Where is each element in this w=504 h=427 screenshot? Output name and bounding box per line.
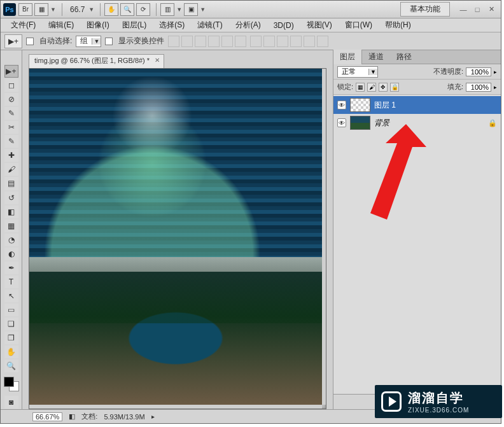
lock-image-icon[interactable]: 🖌: [367, 83, 376, 92]
blend-mode-combo[interactable]: 正常 ▼: [337, 66, 378, 78]
crop-tool[interactable]: ✂: [4, 121, 18, 134]
hand-tool-icon[interactable]: ✋: [104, 3, 118, 16]
marquee-tool[interactable]: ◻: [4, 79, 18, 92]
lock-transparent-icon[interactable]: ▦: [356, 83, 365, 92]
play-icon: [381, 391, 402, 412]
screen-mode-icon[interactable]: ▣: [184, 3, 198, 16]
dropdown-icon[interactable]: ▼: [176, 6, 184, 13]
menu-file[interactable]: 文件(F): [4, 20, 42, 31]
lasso-tool[interactable]: ⊘: [4, 93, 18, 106]
panel-tabs: 图层 通道 路径: [333, 50, 501, 64]
menu-view[interactable]: 视图(V): [300, 20, 339, 31]
close-button[interactable]: ✕: [486, 5, 496, 14]
shape-tool[interactable]: ▭: [4, 304, 18, 316]
quickmask-tool[interactable]: ◙: [4, 396, 18, 409]
status-info-icon[interactable]: ◧: [69, 412, 75, 421]
arrange-docs-icon[interactable]: ▥: [160, 3, 174, 16]
menu-help[interactable]: 帮助(H): [379, 20, 417, 31]
tab-channels[interactable]: 通道: [362, 50, 390, 64]
canvas[interactable]: [29, 69, 322, 405]
3d-tool[interactable]: ❏: [4, 318, 18, 330]
show-transform-label: 显示变换控件: [118, 36, 164, 46]
layer-name[interactable]: 背景: [374, 118, 484, 129]
distribute-buttons-disabled: [250, 36, 328, 47]
active-tool-indicator[interactable]: ▶+: [4, 34, 22, 48]
chevron-right-icon[interactable]: ▸: [494, 84, 497, 90]
minibridge-button[interactable]: ▦: [34, 3, 48, 16]
zoom-tool[interactable]: 🔍: [4, 360, 18, 372]
close-tab-icon[interactable]: ✕: [155, 57, 160, 64]
maximize-button[interactable]: □: [472, 5, 482, 14]
lock-all-icon[interactable]: 🔒: [390, 83, 399, 92]
clone-stamp-tool[interactable]: ▤: [4, 177, 18, 190]
visibility-eye-icon[interactable]: 👁: [337, 101, 346, 109]
fill-label: 填充:: [447, 82, 463, 92]
horizontal-scrollbar[interactable]: [29, 405, 322, 409]
rotate-view-icon[interactable]: ⟳: [136, 3, 150, 16]
layer-row-1[interactable]: 👁 图层 1: [333, 96, 501, 114]
color-swatches[interactable]: [4, 377, 19, 391]
lock-label: 锁定:: [337, 82, 353, 92]
layer-thumbnail[interactable]: [350, 116, 370, 130]
auto-select-checkbox[interactable]: [26, 38, 34, 45]
visibility-eye-icon[interactable]: 👁: [337, 118, 346, 127]
bridge-button[interactable]: Br: [18, 3, 32, 16]
menu-window[interactable]: 窗口(W): [339, 20, 379, 31]
quick-select-tool[interactable]: ✎: [4, 107, 18, 120]
opacity-value[interactable]: 100%: [466, 67, 491, 76]
dropdown-icon[interactable]: ▼: [88, 6, 96, 13]
layer-name[interactable]: 图层 1: [374, 100, 497, 111]
lock-position-icon[interactable]: ✥: [379, 83, 388, 92]
type-tool[interactable]: T: [4, 276, 18, 288]
pen-tool[interactable]: ✒: [4, 262, 18, 274]
auto-select-combo[interactable]: 组 ▼: [76, 36, 101, 47]
foreground-color[interactable]: [4, 377, 14, 387]
gradient-tool[interactable]: ▦: [4, 220, 18, 232]
chevron-right-icon[interactable]: ▸: [494, 69, 497, 75]
show-transform-checkbox[interactable]: [105, 38, 113, 45]
zoom-level-label[interactable]: 66.7: [70, 5, 85, 14]
eraser-tool[interactable]: ◧: [4, 206, 18, 218]
zoom-tool-icon[interactable]: 🔍: [120, 3, 134, 16]
menu-bar: 文件(F) 编辑(E) 图像(I) 图层(L) 选择(S) 滤镜(T) 分析(A…: [1, 18, 501, 32]
history-brush-tool[interactable]: ↺: [4, 192, 18, 204]
panels-column: 图层 通道 路径 正常 ▼ 不透明度: 100% ▸ 锁定: ▦ 🖌 ✥ 🔒: [333, 50, 501, 409]
hand-tool[interactable]: ✋: [4, 346, 18, 358]
document-tab-strip: timg.jpg @ 66.7% (图层 1, RGB/8#) * ✕: [29, 54, 333, 68]
dodge-tool[interactable]: ◐: [4, 248, 18, 260]
tab-paths[interactable]: 路径: [390, 50, 418, 64]
status-zoom[interactable]: 66.67%: [32, 412, 62, 421]
layer-thumbnail[interactable]: [350, 98, 370, 112]
chevron-right-icon[interactable]: ▸: [151, 413, 155, 420]
menu-filter[interactable]: 滤镜(T): [191, 20, 228, 31]
move-tool[interactable]: ▶+: [4, 65, 18, 78]
blend-mode-value: 正常: [338, 67, 368, 76]
dropdown-icon[interactable]: ▼: [50, 6, 58, 13]
layer-row-background[interactable]: 👁 背景 🔒: [333, 114, 501, 132]
healing-brush-tool[interactable]: ✚: [4, 149, 18, 162]
brush-tool[interactable]: 🖌: [4, 163, 18, 176]
menu-select[interactable]: 选择(S): [153, 20, 191, 31]
blur-tool[interactable]: ◔: [4, 234, 18, 246]
status-doc-size: 5.93M/13.9M: [104, 413, 144, 421]
3d-camera-tool[interactable]: ❐: [4, 332, 18, 344]
menu-edit[interactable]: 编辑(E): [42, 20, 80, 31]
workspace-switcher[interactable]: 基本功能: [400, 2, 450, 17]
dropdown-icon[interactable]: ▼: [200, 6, 207, 13]
menu-analysis[interactable]: 分析(A): [229, 20, 267, 31]
menu-image[interactable]: 图像(I): [80, 20, 115, 31]
path-select-tool[interactable]: ↖: [4, 290, 18, 302]
auto-select-value: 组: [76, 36, 92, 46]
title-bar: Ps Br ▦ ▼ 66.7 ▼ ✋ 🔍 ⟳ ▥ ▼ ▣ ▼ 基本功能 — □ …: [1, 1, 501, 18]
menu-layer[interactable]: 图层(L): [116, 20, 153, 31]
vertical-scrollbar[interactable]: [322, 69, 326, 405]
eyedropper-tool[interactable]: ✎: [4, 135, 18, 148]
fill-value[interactable]: 100%: [466, 83, 491, 92]
tab-layers[interactable]: 图层: [333, 50, 362, 64]
menu-3d[interactable]: 3D(D): [267, 21, 300, 30]
document-tab[interactable]: timg.jpg @ 66.7% (图层 1, RGB/8#) * ✕: [29, 54, 164, 68]
chevron-down-icon: ▼: [92, 38, 101, 45]
options-bar: ▶+ 自动选择: 组 ▼ 显示变换控件: [1, 32, 501, 50]
auto-select-label: 自动选择:: [39, 36, 72, 46]
minimize-button[interactable]: —: [458, 5, 468, 14]
